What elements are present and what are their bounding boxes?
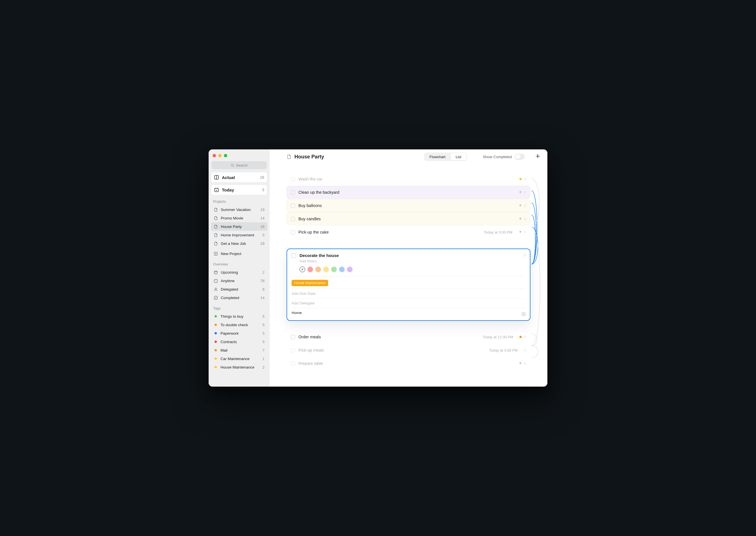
overview-label: Upcoming	[221, 270, 238, 275]
tag-chip[interactable]: House Maintenance	[292, 280, 328, 286]
swatch-orange[interactable]	[315, 267, 321, 272]
overview-label: Delegated	[221, 287, 238, 291]
project-count: 16	[261, 224, 265, 229]
tag-color-dot	[214, 315, 217, 318]
task-checkbox[interactable]	[291, 335, 295, 339]
task-row[interactable]: Pick-up the cake Today at 3:00 PM	[287, 226, 530, 239]
tag-count: 7	[263, 348, 265, 352]
segment-list[interactable]: List	[451, 153, 466, 160]
editor-due-field[interactable]: Add Due Date	[292, 288, 525, 298]
overview-count: 14	[261, 296, 265, 300]
add-task-button[interactable]	[535, 153, 541, 160]
new-project-button[interactable]: New Project	[211, 250, 268, 258]
outgoing-connector[interactable]	[524, 218, 526, 220]
swatch-green[interactable]	[331, 267, 337, 272]
task-row[interactable]: Wash the car	[287, 173, 530, 185]
editor-location-field[interactable]: Home	[292, 308, 525, 318]
project-count: 5	[263, 233, 265, 237]
swatch-purple[interactable]	[347, 267, 353, 272]
tag-to-double-check[interactable]: To double check5	[211, 320, 268, 329]
task-checkbox[interactable]	[292, 253, 296, 258]
outgoing-connector[interactable]	[524, 231, 526, 233]
tags-header: Tags	[211, 306, 268, 312]
swatch-yellow[interactable]	[323, 267, 329, 272]
tag-color-dot	[214, 357, 217, 360]
project-label: Home Improvement	[221, 233, 254, 237]
swatch-none[interactable]	[299, 267, 305, 272]
search-input[interactable]: Search	[211, 161, 267, 169]
minimize-window-button[interactable]	[218, 154, 222, 157]
tag-count: 5	[263, 314, 265, 318]
task-checkbox[interactable]	[291, 177, 295, 181]
window-controls	[211, 153, 268, 161]
overview-header: Overview	[211, 262, 268, 268]
sidebar-today-label: Today	[222, 187, 234, 192]
outgoing-connector[interactable]	[524, 336, 526, 338]
svg-point-0	[231, 164, 234, 166]
tag-label: House Maintenance	[220, 365, 254, 369]
editor-title[interactable]: Decorate the house	[299, 253, 339, 258]
close-window-button[interactable]	[212, 154, 216, 157]
svg-rect-8	[214, 271, 217, 274]
project-summer-vacation[interactable]: Summer Vacation 19	[211, 205, 268, 214]
project-promo-movie[interactable]: Promo Movie 14	[211, 214, 268, 222]
overview-upcoming[interactable]: Upcoming 2	[211, 268, 268, 277]
tag-house-maintenance[interactable]: House Maintenance2	[211, 363, 268, 371]
overview-count: 6	[263, 287, 265, 291]
overview-count: 2	[263, 270, 265, 275]
task-checkbox[interactable]	[291, 348, 295, 352]
tag-contracts[interactable]: Contracts5	[211, 337, 268, 346]
task-checkbox[interactable]	[291, 361, 295, 366]
svg-rect-11	[214, 296, 217, 299]
swatch-blue[interactable]	[339, 267, 345, 272]
editor-delegate-field[interactable]: Add Delegate	[292, 298, 525, 308]
project-get-a-new-job[interactable]: Get a New Job 29	[211, 239, 268, 248]
outgoing-connector[interactable]	[524, 254, 526, 256]
task-row[interactable]: Buy balloons	[287, 199, 530, 212]
project-home-improvement[interactable]: Home Improvement 5	[211, 231, 268, 239]
segment-flowchart[interactable]: Flowchart	[425, 153, 451, 160]
overview-anytime[interactable]: Anytime 78	[211, 277, 268, 285]
sidebar-actual[interactable]: Actual 16	[211, 172, 268, 183]
editor-notes-input[interactable]: Add Notes	[299, 259, 525, 263]
calendar-icon	[214, 270, 218, 275]
project-house-party[interactable]: House Party 16	[211, 222, 268, 231]
task-row[interactable]: Prepare table	[287, 357, 530, 370]
sidebar-today[interactable]: Today 3	[211, 184, 268, 195]
task-checkbox[interactable]	[291, 190, 295, 195]
task-checkbox[interactable]	[291, 204, 295, 208]
task-checkbox[interactable]	[291, 230, 295, 234]
task-list: Wash the car Clean up the backyard	[287, 173, 530, 370]
task-row[interactable]: Clean up the backyard	[287, 186, 530, 199]
task-label: Buy balloons	[299, 203, 322, 208]
tag-mail[interactable]: Mail7	[211, 346, 268, 354]
sidebar: Search Actual 16 Today 3 Projects Summer…	[208, 150, 269, 386]
plus-square-icon	[214, 251, 218, 256]
editor-settings-button[interactable]	[521, 312, 526, 318]
outgoing-connector[interactable]	[524, 362, 526, 365]
outgoing-connector[interactable]	[524, 204, 526, 207]
tag-things-to-buy[interactable]: Things to buy5	[211, 312, 268, 320]
outgoing-connector[interactable]	[524, 178, 526, 180]
overview-delegated[interactable]: Delegated 6	[211, 285, 268, 293]
arrow-icon	[519, 216, 522, 221]
tag-label: Paperwork	[220, 331, 239, 335]
task-row[interactable]: Pick-up meals Today at 3:00 PM	[287, 344, 530, 357]
toggle-switch[interactable]	[515, 153, 525, 160]
tag-paperwork[interactable]: Paperwork5	[211, 329, 268, 337]
editor-tags-field[interactable]: House Maintenance	[292, 276, 525, 288]
tag-color-dot	[214, 366, 217, 368]
task-checkbox[interactable]	[291, 217, 295, 221]
maximize-window-button[interactable]	[224, 154, 227, 157]
task-row[interactable]: Order meals Today at 12:30 PM	[287, 330, 530, 343]
projects-list: Summer Vacation 19 Promo Movie 14 House …	[211, 205, 268, 258]
swatch-red[interactable]	[307, 267, 313, 272]
new-project-label: New Project	[221, 251, 241, 256]
overview-completed[interactable]: Completed 14	[211, 293, 268, 302]
tag-label: Things to buy	[220, 314, 243, 318]
outgoing-connector[interactable]	[524, 191, 526, 193]
task-row[interactable]: Buy candles	[287, 212, 530, 225]
show-completed-toggle[interactable]: Show Completed	[483, 153, 525, 160]
tag-car-maintenance[interactable]: Car Maintenance1	[211, 354, 268, 363]
outgoing-connector[interactable]	[524, 349, 526, 351]
